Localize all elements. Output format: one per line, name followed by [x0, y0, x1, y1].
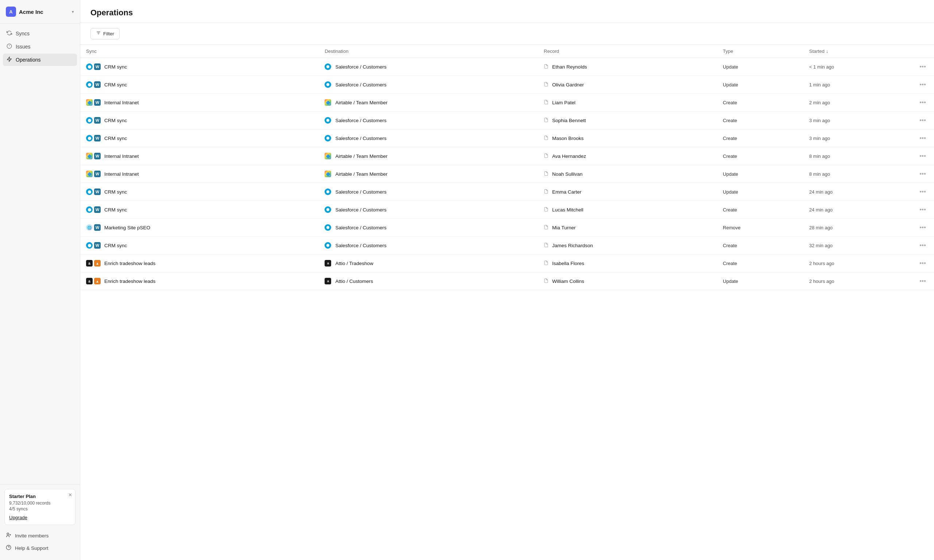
sync-icons: a ▲: [86, 260, 101, 266]
sidebar-item-invite[interactable]: Invite members: [5, 529, 75, 542]
cell-sync: W CRM sync: [80, 76, 319, 94]
record-name: Mason Brooks: [552, 135, 583, 141]
cell-actions[interactable]: •••: [911, 201, 934, 219]
record-doc-icon: [544, 207, 548, 213]
attio-icon2: ▲: [94, 260, 101, 266]
cell-started: 24 min ago: [803, 183, 911, 201]
cell-record: Isabella Flores: [538, 254, 717, 272]
wordpress-icon: W: [94, 206, 101, 213]
row-more-button[interactable]: •••: [917, 169, 928, 178]
row-more-button[interactable]: •••: [917, 80, 928, 89]
dest-at-icon: 🔷: [325, 171, 331, 177]
wordpress-icon2: W: [94, 224, 101, 231]
intranet-icon1: 🔷: [86, 153, 92, 159]
cell-sync: 🔷 W Internal Intranet: [80, 165, 319, 183]
salesforce-icon: [86, 117, 92, 124]
svg-marker-3: [7, 57, 11, 62]
cell-actions[interactable]: •••: [911, 76, 934, 94]
cell-record: Sophia Bennett: [538, 112, 717, 129]
sync-name: CRM sync: [104, 118, 127, 123]
cell-actions[interactable]: •••: [911, 147, 934, 165]
cell-sync: 🔷 W Internal Intranet: [80, 94, 319, 112]
type-value: Create: [723, 261, 737, 266]
cell-type: Update: [717, 183, 803, 201]
intranet-icon1: 🔷: [86, 171, 92, 177]
dest-sf-icon: [325, 188, 331, 195]
cell-actions[interactable]: •••: [911, 219, 934, 237]
cell-destination: 🔷 Airtable / Team Member: [319, 94, 538, 112]
sidebar-item-help[interactable]: Help & Support: [5, 542, 75, 554]
destination-name: Attio / Tradeshow: [335, 261, 373, 266]
table-header: Sync Destination Record Type Started ↓: [80, 45, 934, 58]
type-value: Create: [723, 135, 737, 141]
cell-actions[interactable]: •••: [911, 237, 934, 254]
type-value: Create: [723, 100, 737, 105]
destination-name: Salesforce / Customers: [335, 64, 386, 70]
cell-actions[interactable]: •••: [911, 112, 934, 129]
sidebar-item-syncs[interactable]: Syncs: [3, 27, 77, 40]
dest-sf-icon: [325, 81, 331, 88]
cell-type: Update: [717, 165, 803, 183]
table-row: W CRM sync Salesforce / Customers: [80, 201, 934, 219]
started-value: 24 min ago: [809, 207, 832, 212]
table-row: W CRM sync Salesforce / Customers: [80, 237, 934, 254]
sync-name: CRM sync: [104, 135, 127, 141]
sync-icons: W: [86, 242, 101, 249]
sync-name: Enrich tradeshow leads: [104, 278, 155, 284]
started-value: < 1 min ago: [809, 64, 834, 70]
row-more-button[interactable]: •••: [917, 62, 928, 71]
cell-actions[interactable]: •••: [911, 254, 934, 272]
cell-actions[interactable]: •••: [911, 165, 934, 183]
record-name: Mia Turner: [552, 225, 576, 231]
table-row: W CRM sync Salesforce / Customers: [80, 76, 934, 94]
record-name: Liam Patel: [552, 100, 575, 105]
row-more-button[interactable]: •••: [917, 241, 928, 250]
upgrade-link[interactable]: Upgrade: [9, 515, 27, 520]
cell-actions[interactable]: •••: [911, 183, 934, 201]
row-more-button[interactable]: •••: [917, 98, 928, 107]
row-more-button[interactable]: •••: [917, 223, 928, 232]
filter-icon: [96, 31, 101, 37]
started-value: 3 min ago: [809, 135, 830, 141]
salesforce-icon: [86, 242, 92, 249]
cell-record: Ava Hernandez: [538, 147, 717, 165]
operations-table-container: Sync Destination Record Type Started ↓: [80, 45, 934, 560]
cell-record: Mason Brooks: [538, 129, 717, 147]
filter-button[interactable]: Filter: [91, 28, 120, 39]
row-more-button[interactable]: •••: [917, 259, 928, 268]
table-row: 🔷 W Internal Intranet 🔷 Airtable / Team …: [80, 147, 934, 165]
plan-syncs: 4/5 syncs: [9, 506, 71, 512]
cell-started: < 1 min ago: [803, 58, 911, 76]
cell-sync: W CRM sync: [80, 112, 319, 129]
cell-destination: Salesforce / Customers: [319, 201, 538, 219]
sidebar-item-issues[interactable]: Issues: [3, 40, 77, 53]
sidebar-item-operations[interactable]: Operations: [3, 54, 77, 66]
sidebar-item-label: Operations: [16, 57, 40, 63]
row-more-button[interactable]: •••: [917, 277, 928, 285]
company-selector[interactable]: A Acme Inc ▾: [0, 0, 80, 24]
destination-name: Salesforce / Customers: [335, 225, 386, 231]
table-row: a ▲ Enrich tradeshow leads a Attio / Tra…: [80, 254, 934, 272]
cell-type: Create: [717, 147, 803, 165]
cell-actions[interactable]: •••: [911, 272, 934, 290]
type-value: Create: [723, 207, 737, 212]
close-plan-button[interactable]: ✕: [68, 492, 72, 498]
sync-icons: 🌐 W: [86, 224, 101, 231]
sync-name: Internal Intranet: [104, 100, 139, 105]
col-started: Started ↓: [803, 45, 911, 58]
row-more-button[interactable]: •••: [917, 116, 928, 125]
invite-label: Invite members: [15, 533, 49, 538]
started-value: 2 hours ago: [809, 278, 834, 284]
cell-actions[interactable]: •••: [911, 58, 934, 76]
cell-actions[interactable]: •••: [911, 129, 934, 147]
record-name: James Richardson: [552, 243, 593, 248]
row-more-button[interactable]: •••: [917, 134, 928, 143]
cell-record: Liam Patel: [538, 94, 717, 112]
wordpress-icon: W: [94, 153, 101, 159]
row-more-button[interactable]: •••: [917, 205, 928, 214]
cell-actions[interactable]: •••: [911, 94, 934, 112]
sync-name: CRM sync: [104, 64, 127, 70]
salesforce-icon: [86, 206, 92, 213]
row-more-button[interactable]: •••: [917, 188, 928, 196]
row-more-button[interactable]: •••: [917, 152, 928, 160]
